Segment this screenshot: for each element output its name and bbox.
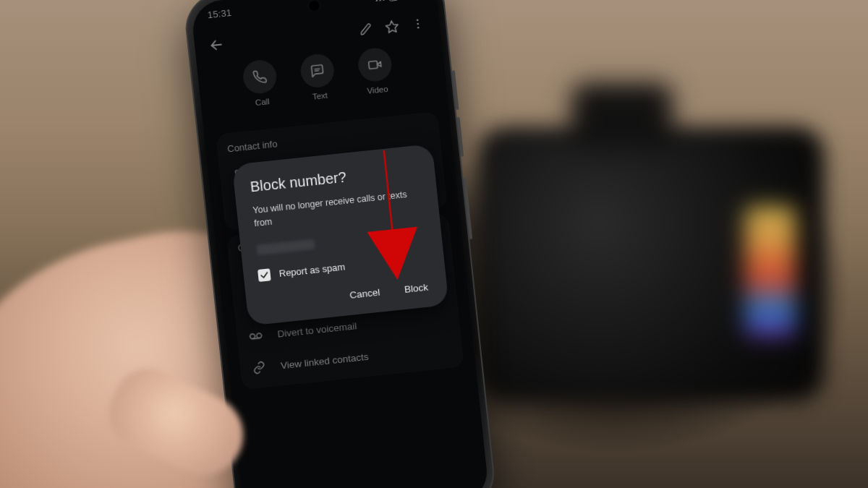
svg-line-6 (315, 71, 318, 72)
background-camera-prop (477, 127, 825, 401)
svg-point-3 (417, 23, 419, 25)
text-action-label: Text (312, 91, 328, 101)
svg-rect-7 (368, 61, 378, 69)
more-vert-icon (411, 17, 425, 31)
svg-point-4 (417, 27, 420, 29)
text-action[interactable]: Text (299, 53, 336, 102)
dialog-body-line2: from (254, 217, 273, 229)
link-icon (250, 360, 268, 374)
photo-scene: 15:31 61% (0, 0, 868, 488)
report-spam-label: Report as spam (278, 261, 346, 279)
svg-line-5 (315, 69, 320, 69)
message-icon (310, 63, 326, 79)
video-action[interactable]: Video (357, 46, 394, 95)
svg-marker-1 (386, 20, 399, 33)
call-action-label: Call (255, 97, 270, 107)
dialog-body: You will no longer receive calls or text… (252, 187, 426, 257)
pencil-icon (359, 22, 373, 37)
call-action-circle (242, 59, 278, 95)
wifi-icon (374, 0, 386, 1)
video-icon (367, 57, 383, 73)
text-action-circle (299, 53, 336, 90)
svg-point-2 (417, 19, 419, 21)
battery-icon (388, 0, 399, 1)
divert-voicemail-label: Divert to voicemail (277, 320, 357, 339)
back-button[interactable] (202, 31, 231, 60)
edit-button[interactable] (352, 15, 380, 44)
block-button[interactable]: Block (400, 275, 432, 301)
cancel-button[interactable]: Cancel (346, 281, 384, 307)
redacted-number (256, 239, 315, 255)
phone-icon (252, 69, 268, 85)
favorite-button[interactable] (378, 12, 407, 41)
svg-line-16 (252, 338, 259, 339)
video-action-label: Video (367, 85, 388, 95)
linked-contacts-label: View linked contacts (280, 351, 369, 371)
star-icon (384, 19, 400, 35)
voicemail-icon (247, 328, 265, 344)
back-arrow-icon (208, 37, 224, 53)
dialog-body-line1: You will no longer receive calls or text… (252, 189, 408, 215)
status-time: 15:31 (207, 7, 232, 20)
call-action[interactable]: Call (242, 59, 279, 108)
report-spam-checkbox[interactable] (258, 268, 271, 282)
check-icon (259, 270, 269, 280)
block-number-dialog: Block number? You will no longer receive… (232, 144, 449, 325)
overflow-menu-button[interactable] (404, 9, 433, 38)
status-right: 61% (374, 0, 421, 3)
video-action-circle (357, 46, 393, 83)
